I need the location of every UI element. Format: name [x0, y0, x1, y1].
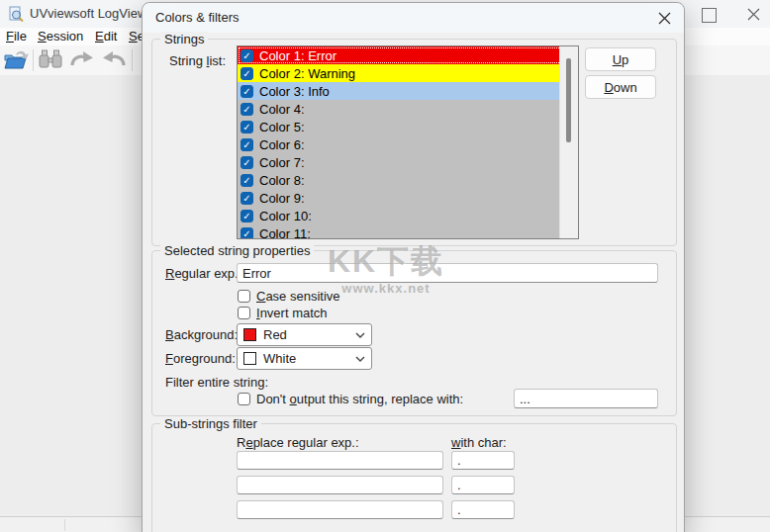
close-icon[interactable] — [747, 8, 760, 21]
list-item[interactable]: ✓Color 2: Warning — [238, 64, 562, 82]
background-value: Red — [263, 327, 287, 342]
colors-filters-dialog: Colors & filters Strings String list: ✓C… — [142, 2, 685, 532]
list-item[interactable]: ✓Color 10: — [238, 207, 562, 224]
checkbox-checked-icon[interactable]: ✓ — [241, 85, 253, 98]
strings-group-label: Strings — [160, 32, 208, 46]
list-item[interactable]: ✓Color 3: Info — [238, 82, 562, 100]
list-item-label: Color 5: — [259, 120, 305, 134]
background-swatch — [243, 328, 256, 341]
menu-file[interactable]: File — [6, 29, 27, 44]
with-char-header: with char: — [451, 435, 507, 450]
substring-row — [237, 451, 515, 470]
background-label: Background: — [165, 327, 238, 342]
menu-session[interactable]: Session — [38, 29, 83, 44]
replace-regex-input[interactable] — [237, 451, 443, 470]
list-item-label: Color 4: — [259, 102, 305, 117]
status-bar-divider — [64, 519, 65, 531]
checkbox-checked-icon[interactable]: ✓ — [241, 192, 253, 205]
replace-regex-input[interactable] — [237, 476, 443, 494]
list-item-label: Color 10: — [259, 209, 312, 223]
list-item[interactable]: ✓Color 6: — [238, 135, 562, 153]
regular-exp-input[interactable] — [237, 263, 658, 283]
with-char-input[interactable] — [451, 500, 515, 519]
substrings-group-label: Sub-strings filter — [160, 416, 261, 431]
down-button[interactable]: Down — [585, 75, 656, 99]
undo-arrow-icon[interactable] — [102, 48, 128, 71]
dialog-close-icon[interactable] — [658, 12, 671, 25]
properties-group-label: Selected string properties — [160, 243, 314, 258]
foreground-combo[interactable]: White — [237, 347, 372, 370]
chevron-down-icon — [355, 332, 365, 338]
invert-match-label: Invert match — [256, 306, 328, 320]
up-button[interactable]: Up — [585, 47, 656, 71]
checkbox-checked-icon[interactable]: ✓ — [241, 174, 253, 187]
list-scrollbar-thumb[interactable] — [566, 58, 571, 142]
with-char-input[interactable] — [451, 451, 515, 470]
substring-row — [237, 476, 515, 494]
list-item-label: Color 8: — [259, 173, 305, 188]
menu-edit[interactable]: Edit — [95, 29, 117, 44]
checkbox-unchecked-icon[interactable] — [238, 393, 250, 405]
string-list-rows: ✓Color 1: Error✓Color 2: Warning✓Color 3… — [238, 46, 578, 239]
list-item[interactable]: ✓Color 5: — [238, 118, 562, 135]
list-item[interactable]: ✓Color 11: — [238, 224, 562, 239]
open-folder-icon[interactable] — [3, 48, 30, 72]
foreground-swatch — [243, 352, 256, 365]
dont-output-label: Don't output this string, replace with: — [256, 392, 463, 406]
chevron-down-icon — [355, 356, 365, 362]
regular-exp-label: Regular exp.: — [165, 266, 241, 281]
dialog-title: Colors & filters — [155, 3, 240, 33]
substring-rows — [237, 451, 515, 525]
app-icon — [8, 6, 24, 22]
list-item-label: Color 2: Warning — [259, 66, 355, 81]
foreground-label: Foreground: — [165, 351, 236, 366]
dialog-titlebar: Colors & filters — [143, 3, 684, 33]
screen: UVviewsoft LogViewer File Session Edit S… — [0, 0, 770, 532]
case-sensitive-label: Case sensitive — [256, 289, 340, 304]
checkbox-checked-icon[interactable]: ✓ — [241, 227, 253, 240]
checkbox-unchecked-icon[interactable] — [238, 307, 250, 319]
list-item-label: Color 9: — [259, 191, 305, 206]
checkbox-checked-icon[interactable]: ✓ — [241, 67, 253, 80]
redo-arrow-icon[interactable] — [68, 48, 94, 71]
find-binoculars-icon[interactable] — [39, 48, 62, 70]
list-scrollbar[interactable] — [559, 46, 578, 238]
toolbar-separator — [33, 49, 34, 71]
list-item[interactable]: ✓Color 8: — [238, 171, 562, 189]
checkbox-checked-icon[interactable]: ✓ — [241, 49, 253, 62]
string-list-label: String list: — [169, 53, 226, 68]
string-list[interactable]: ✓Color 1: Error✓Color 2: Warning✓Color 3… — [237, 45, 579, 239]
maximize-icon[interactable] — [702, 8, 717, 23]
checkbox-checked-icon[interactable]: ✓ — [241, 121, 253, 133]
list-item[interactable]: ✓Color 4: — [238, 100, 562, 118]
foreground-value: White — [263, 351, 296, 366]
checkbox-checked-icon[interactable]: ✓ — [241, 138, 253, 151]
with-char-input[interactable] — [451, 476, 515, 494]
checkbox-checked-icon[interactable]: ✓ — [241, 156, 253, 169]
checkbox-unchecked-icon[interactable] — [238, 290, 250, 303]
main-window-title: UVviewsoft LogViewer — [30, 0, 158, 28]
invert-match-row[interactable]: Invert match — [238, 306, 328, 320]
list-item[interactable]: ✓Color 1: Error — [238, 46, 562, 64]
substring-row — [237, 500, 515, 519]
background-combo[interactable]: Red — [237, 323, 372, 346]
dont-output-row[interactable]: Don't output this string, replace with: — [238, 392, 463, 406]
case-sensitive-row[interactable]: Case sensitive — [238, 289, 340, 304]
list-item-label: Color 7: — [259, 155, 305, 170]
list-item-label: Color 11: — [259, 226, 311, 240]
list-item-label: Color 6: — [259, 137, 305, 152]
list-item[interactable]: ✓Color 7: — [238, 153, 562, 171]
list-item-label: Color 1: Error — [259, 48, 337, 63]
list-item[interactable]: ✓Color 9: — [238, 189, 562, 207]
checkbox-checked-icon[interactable]: ✓ — [241, 103, 253, 116]
replace-regex-header: Replace regular exp.: — [237, 435, 359, 450]
filter-entire-string-label: Filter entire string: — [165, 375, 268, 390]
toolbar-separator — [132, 49, 133, 71]
replace-with-input[interactable] — [514, 389, 658, 408]
checkbox-checked-icon[interactable]: ✓ — [241, 210, 253, 222]
list-item-label: Color 3: Info — [259, 84, 330, 99]
replace-regex-input[interactable] — [237, 500, 443, 519]
